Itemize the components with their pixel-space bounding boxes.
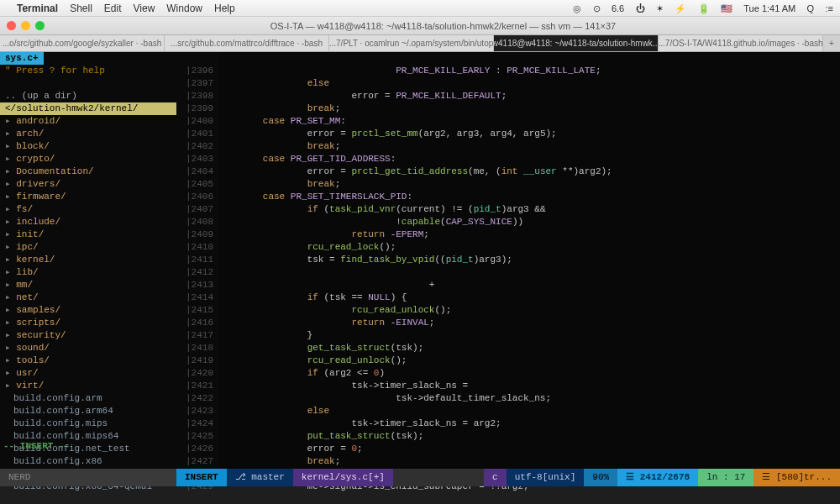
tree-dir[interactable]: mm/ [0,279,176,291]
new-tab-button[interactable]: + [823,35,840,51]
code-line[interactable]: if (arg2 <= 0) [218,367,840,380]
terminal-tab[interactable]: ...src/github.com/mattrco/difftrace · -b… [165,35,329,51]
code-line[interactable]: !capable(CAP_SYS_NICE)) [218,216,840,228]
tree-dir[interactable]: fs/ [0,203,176,216]
code-line[interactable]: else [218,77,840,90]
tree-dir[interactable]: block/ [0,140,176,153]
tree-dir[interactable]: scripts/ [0,317,176,329]
tree-root-path[interactable]: </solution-hmwk2/kernel/ [0,102,176,115]
dropbox-icon[interactable]: ✶ [656,3,664,13]
status-icon[interactable]: ◎ [573,3,581,13]
code-line[interactable]: break; [218,178,840,191]
statusline: NERD INSERT ⎇ master kernel/sys.c[+] c u… [0,469,840,486]
terminal-tab-active[interactable]: w4118@w4118: ~/w4118-ta/solution-hmwk... [494,35,659,51]
line-number: |2404 [176,165,213,178]
terminal-tab[interactable]: ...7/PLT · ocamlrun ~/.opam/system/bin/u… [329,35,494,51]
code-line[interactable]: case PR_SET_TIMERSLACK_PID: [218,191,840,203]
code-line[interactable]: rcu_read_unlock(); [218,304,840,317]
tree-dir[interactable]: arch/ [0,128,176,140]
spotlight-icon[interactable]: Q [807,3,815,13]
code-line[interactable]: return -EPERM; [218,228,840,241]
tree-dir[interactable]: firmware/ [0,191,176,203]
menu-window[interactable]: Window [166,3,202,14]
battery-icon[interactable]: 🔋 [698,3,710,13]
code-line[interactable]: case PR_SET_MM: [218,115,840,128]
code-line[interactable]: case PR_GET_TID_ADDRESS: [218,153,840,165]
code-line[interactable]: put_task_struct(tsk); [218,430,840,443]
menu-help[interactable]: Help [214,3,235,14]
code-line[interactable]: tsk = find_task_by_vpid((pid_t)arg3); [218,254,840,266]
line-number: |2413 [176,279,213,291]
tree-dir[interactable]: kernel/ [0,254,176,266]
tree-up-dir[interactable]: .. (up a dir) [0,90,176,102]
close-button[interactable] [7,21,16,30]
bluetooth-icon[interactable]: ⚡ [675,3,686,13]
tree-dir[interactable]: lib/ [0,266,176,279]
code-line[interactable]: get_task_struct(tsk); [218,342,840,354]
app-name[interactable]: Terminal [17,3,58,14]
code-line[interactable]: else [218,405,840,417]
tree-file[interactable]: build.config.x86 [0,455,176,468]
zoom-button[interactable] [35,21,45,30]
tree-dir[interactable]: virt/ [0,380,176,392]
terminal-tab[interactable]: ...o/src/github.com/google/syzkaller · -… [0,35,165,51]
code-line[interactable]: if (tsk == NULL) { [218,291,840,304]
code-line[interactable]: error = PR_MCE_KILL_DEFAULT; [218,90,840,102]
buffer-tab-current[interactable]: sys.c+ [0,52,44,65]
status-icon[interactable]: ⊙ [593,3,601,13]
tree-dir[interactable]: net/ [0,291,176,304]
notification-center-icon[interactable]: :≡ [826,3,833,13]
code-line[interactable]: tsk->timer_slack_ns = [218,380,840,392]
tree-file[interactable]: build.config.arm64 [0,405,176,417]
tree-dir[interactable]: android/ [0,115,176,128]
tree-dir[interactable]: security/ [0,329,176,342]
clock[interactable]: Tue 1:41 AM [743,3,795,13]
line-number: |2415 [176,304,213,317]
tree-dir[interactable]: sound/ [0,342,176,354]
code-line[interactable]: rcu_read_unlock(); [218,354,840,367]
code-line[interactable]: break; [218,455,840,468]
code-line[interactable]: error = 0; [218,443,840,455]
code-line[interactable]: break; [218,102,840,115]
status-percent: 90% [584,469,617,486]
code-pane[interactable]: PR_MCE_KILL_EARLY : PR_MCE_KILL_LATE; el… [218,52,840,486]
menu-view[interactable]: View [134,3,155,14]
tree-dir[interactable]: crypto/ [0,153,176,165]
editor-area: sys.c+ buffers " Press ? for help.. (up … [0,52,840,486]
code-line[interactable] [218,266,840,279]
tree-dir[interactable]: tools/ [0,354,176,367]
input-flag-icon[interactable]: 🇺🇸 [721,3,732,13]
code-line[interactable]: + [218,279,840,291]
code-line[interactable]: error = prctl_get_tid_address(me, (int _… [218,165,840,178]
code-line[interactable]: error = prctl_set_mm(arg2, arg3, arg4, a… [218,128,840,140]
menu-shell[interactable]: Shell [70,3,92,14]
tree-file[interactable]: build.config.arm [0,392,176,405]
tree-dir[interactable]: samples/ [0,304,176,317]
status-filetype: c [484,469,507,486]
code-line[interactable]: PR_MCE_KILL_EARLY : PR_MCE_KILL_LATE; [218,65,840,77]
tree-dir[interactable]: include/ [0,216,176,228]
tree-file[interactable]: build.config.mips [0,417,176,430]
code-line[interactable]: tsk->timer_slack_ns = arg2; [218,417,840,430]
file-tree[interactable]: " Press ? for help.. (up a dir)</solutio… [0,52,176,486]
menu-edit[interactable]: Edit [104,3,122,14]
tree-dir[interactable]: ipc/ [0,241,176,254]
code-line[interactable]: if (task_pid_vnr(current) != (pid_t)arg3… [218,203,840,216]
tree-dir[interactable]: init/ [0,228,176,241]
code-line[interactable]: return -EINVAL; [218,317,840,329]
code-line[interactable]: } [218,329,840,342]
tree-help[interactable]: " Press ? for help [0,65,176,77]
tree-dir[interactable]: Documentation/ [0,165,176,178]
line-number: |2418 [176,342,213,354]
tree-dir[interactable]: drivers/ [0,178,176,191]
terminal-tab[interactable]: ...7/OS-I-TA/W4118.github.io/images · -b… [659,35,823,51]
minimize-button[interactable] [21,21,30,30]
status-icon[interactable]: ⏻ [636,3,645,13]
status-icon[interactable]: 6.6 [612,3,624,13]
code-line[interactable]: rcu_read_lock(); [218,241,840,254]
line-number: |2416 [176,317,213,329]
tree-dir[interactable]: usr/ [0,367,176,380]
code-line[interactable]: tsk->default_timer_slack_ns; [218,392,840,405]
line-number: |2400 [176,115,213,128]
code-line[interactable]: break; [218,140,840,153]
